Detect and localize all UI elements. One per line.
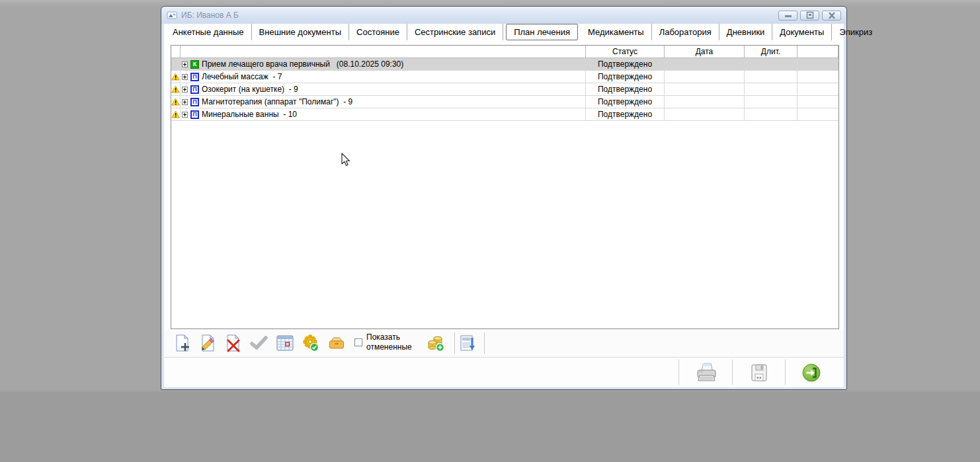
duration-cell — [745, 83, 797, 96]
treatment-row[interactable]: К Прием лечащего врача первичный (08.10.… — [171, 58, 838, 71]
archive-button[interactable] — [327, 333, 347, 353]
exit-button[interactable] — [797, 360, 826, 386]
edit-record-button[interactable] — [198, 333, 218, 353]
tab-nursing-notes[interactable]: Сестринские записи — [407, 24, 503, 40]
treatment-name: Прием лечащего врача первичный (08.10.20… — [202, 59, 403, 69]
toolbar-separator — [484, 332, 485, 354]
toolbar-separator — [454, 332, 455, 354]
show-cancelled-label[interactable]: Показать отмененные — [366, 332, 419, 352]
maximize-icon — [803, 11, 817, 20]
tab-strip: Анкетные данные Внешние документы Состоя… — [164, 24, 844, 40]
status-cell: Подтверждено — [586, 58, 665, 71]
add-payment-button[interactable] — [426, 333, 446, 353]
add-record-button[interactable] — [173, 333, 192, 353]
status-cell: Подтверждено — [586, 83, 665, 96]
treatment-row[interactable]: П Магнитотерапия (аппарат "Полимаг") - 9… — [171, 96, 838, 108]
header-duration[interactable]: Длит. — [745, 46, 797, 58]
tab-treatment-plan[interactable]: План лечения — [506, 24, 578, 40]
tab-questionnaire[interactable]: Анкетные данные — [165, 24, 252, 40]
warning-icon — [171, 85, 180, 93]
treatment-row[interactable]: П Озокерит (на кушетке) - 9 Подтверждено — [171, 83, 838, 96]
add-document-icon — [173, 334, 192, 352]
minimize-button[interactable] — [778, 11, 797, 20]
bottombar-separator — [732, 360, 733, 385]
header-name — [181, 46, 586, 58]
procedure-type-icon: П — [190, 110, 199, 119]
tab-condition[interactable]: Состояние — [349, 24, 407, 40]
confirm-button[interactable] — [249, 333, 268, 353]
tab-medications[interactable]: Медикаменты — [581, 24, 652, 40]
duration-cell — [745, 71, 797, 83]
tab-epicrisis[interactable]: Эпикриз — [832, 24, 880, 40]
schedule-grid-icon — [276, 334, 294, 352]
close-button[interactable] — [822, 11, 841, 20]
schedule-button[interactable] — [275, 333, 295, 353]
header-date[interactable]: Дата — [665, 46, 745, 58]
show-cancelled-checkbox[interactable] — [354, 338, 362, 346]
window-controls — [778, 11, 841, 20]
titlebar[interactable]: ИБ: Иванов А Б — [161, 7, 846, 24]
bottombar-separator — [785, 360, 786, 385]
expand-icon[interactable] — [182, 99, 188, 105]
status-cell: Подтверждено — [586, 71, 665, 83]
date-cell — [665, 108, 745, 121]
patient-record-window: ИБ: Иванов А Б Анкетные данные Внешние д… — [161, 6, 847, 390]
expand-icon[interactable] — [182, 74, 188, 80]
app-icon — [167, 10, 177, 20]
consultation-type-icon: К — [190, 60, 199, 69]
tab-documents[interactable]: Документы — [772, 24, 832, 40]
edit-document-icon — [199, 334, 218, 352]
grid-header-row: Статус Дата Длит. — [171, 46, 838, 58]
gear-icon — [301, 334, 319, 352]
date-cell — [665, 83, 745, 96]
action-toolbar: Показать отмененные — [164, 329, 844, 358]
process-button[interactable] — [300, 333, 320, 353]
window-content: Анкетные данные Внешние документы Состоя… — [164, 24, 844, 386]
duration-cell — [745, 96, 797, 108]
date-cell — [665, 58, 745, 71]
report-icon — [458, 334, 477, 352]
minimize-icon — [782, 12, 795, 19]
treatment-name: Озокерит (на кушетке) - 9 — [202, 85, 298, 94]
treatment-plan-grid: Статус Дата Длит. К Прием лечащего врача… — [171, 45, 839, 329]
save-floppy-icon — [749, 362, 770, 383]
warning-icon — [171, 110, 180, 118]
bottombar-separator — [678, 360, 679, 385]
save-button[interactable] — [745, 360, 774, 386]
treatment-name: Магнитотерапия (аппарат "Полимаг") - 9 — [202, 97, 352, 106]
bottom-bar — [164, 358, 844, 387]
date-cell — [665, 96, 745, 108]
status-cell: Подтверждено — [586, 96, 665, 108]
maximize-button[interactable] — [800, 11, 819, 20]
checkmark-icon — [249, 334, 268, 352]
warning-icon — [171, 73, 180, 81]
expand-icon[interactable] — [182, 87, 188, 93]
duration-cell — [745, 108, 797, 121]
report-button[interactable] — [458, 333, 477, 353]
printer-icon — [693, 360, 719, 385]
delete-record-button[interactable] — [224, 333, 243, 353]
treatment-name: Лечебный массаж - 7 — [202, 72, 282, 81]
tab-diaries[interactable]: Дневники — [719, 24, 773, 40]
expand-icon[interactable] — [182, 112, 188, 118]
tab-external-documents[interactable]: Внешние документы — [252, 24, 349, 40]
procedure-type-icon: П — [190, 85, 199, 94]
header-status[interactable]: Статус — [586, 46, 665, 58]
treatment-row[interactable]: П Лечебный массаж - 7 Подтверждено — [171, 71, 838, 83]
status-cell: Подтверждено — [586, 108, 665, 121]
expand-icon[interactable] — [182, 61, 188, 67]
treatment-row[interactable]: П Минеральные ванны - 10 Подтверждено — [171, 108, 838, 121]
date-cell — [665, 71, 745, 83]
tab-laboratory[interactable]: Лаборатория — [652, 24, 719, 40]
treatment-name: Минеральные ванны - 10 — [202, 110, 297, 119]
duration-cell — [745, 58, 797, 71]
exit-icon — [801, 362, 822, 383]
drawer-icon — [327, 334, 346, 352]
delete-document-icon — [224, 334, 243, 352]
header-extra — [797, 46, 838, 58]
procedure-type-icon: П — [190, 98, 199, 106]
procedure-type-icon: П — [190, 73, 199, 81]
warning-icon — [171, 98, 180, 106]
print-button[interactable] — [692, 360, 721, 386]
window-title: ИБ: Иванов А Б — [181, 11, 239, 20]
